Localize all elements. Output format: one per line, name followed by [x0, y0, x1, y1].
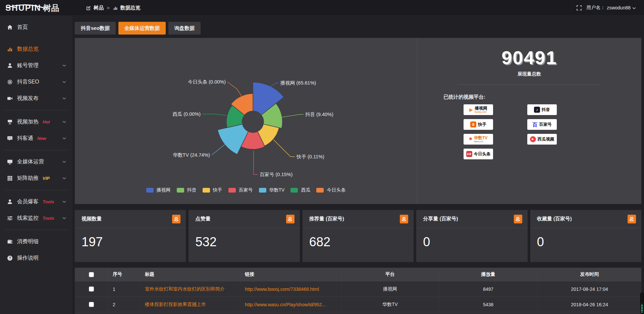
sidebar-item-label: 全媒体运营	[17, 158, 44, 165]
legend-item-快手[interactable]: 快手	[203, 187, 222, 193]
scrollbar-thumb[interactable]	[641, 304, 643, 313]
platform-name: 播视网	[475, 106, 487, 111]
sidebar-item-consumption-detail[interactable]: 消费明细	[0, 233, 72, 250]
pie-chart-area: 播视网 (65.61%)抖音 (9.40%)快手 (0.11%)百家号 (0.1…	[75, 38, 417, 204]
cell-time: 2018-04-26 16:24	[537, 297, 641, 312]
row-checkbox[interactable]	[89, 286, 94, 292]
tab-0[interactable]: 抖音seo数据	[75, 22, 116, 35]
pie-label-华数TV: 华数TV (24.74%)	[173, 152, 210, 158]
douyin-note-icon: ♪	[534, 107, 540, 113]
platform-name: 快手	[478, 122, 486, 127]
username-label: 用户名：	[586, 5, 605, 11]
pie-label-line-播视网	[268, 83, 279, 88]
column-header-1: 标题	[140, 268, 240, 281]
tab-2[interactable]: 询盘数据	[168, 22, 201, 35]
sidebar-item-account-management[interactable]: 账号管理	[0, 57, 72, 74]
platforms-title: 已统计的视频平台:	[443, 94, 485, 100]
stat-card-value: 197	[75, 228, 186, 249]
sidebar-item-member-baoke[interactable]: 会员爆客Tools	[0, 194, 72, 210]
stat-card-1: 点赞量总532	[189, 210, 300, 262]
platform-badge-今日头条: 头条今日头条	[464, 149, 493, 159]
sidebar-item-douketong[interactable]: 抖客通New	[0, 130, 72, 147]
total-impressions-value: 90491	[417, 47, 641, 68]
baijiahao-icon: 百	[532, 122, 537, 127]
legend-swatch	[203, 188, 210, 193]
user-icon	[7, 63, 13, 68]
bar-chart-icon	[113, 6, 118, 10]
sliders-icon	[7, 215, 13, 221]
sidebar-item-home[interactable]: 首页	[0, 19, 72, 36]
sidebar-item-lead-monitor[interactable]: 线索监控Tools	[0, 210, 72, 226]
wasu-star-icon: *	[469, 136, 472, 144]
legend-swatch	[290, 188, 298, 193]
stat-card-header: 收藏量 (百家号)总	[530, 210, 641, 228]
scrollbar-track[interactable]	[640, 293, 644, 314]
main-content: 抖音seo数据全媒体运营数据询盘数据 播视网 (65.61%)抖音 (9.40%…	[72, 16, 644, 314]
video-icon	[7, 96, 13, 101]
sidebar-item-operation-guide[interactable]: ?操作说明	[0, 250, 72, 266]
column-header-4: 播放量	[439, 268, 537, 281]
row-checkbox[interactable]	[89, 302, 94, 307]
boosj-play-icon: ▶	[469, 107, 473, 112]
platform-badge-抖音: ♪抖音	[527, 104, 557, 115]
sidebar-item-label: 消费明细	[17, 238, 39, 245]
sidebar-item-label: 视频加热	[17, 118, 39, 125]
sidebar-item-video-heat[interactable]: 视频加热Hot	[0, 114, 72, 130]
total-badge: 总	[172, 215, 180, 223]
total-badge: 总	[514, 215, 522, 223]
fullscreen-icon[interactable]	[577, 5, 582, 10]
sidebar-item-matrix-boost[interactable]: 矩阵助推VIP	[0, 170, 72, 187]
sidebar-item-video-publish[interactable]: 视频发布	[0, 90, 72, 107]
stat-card-2: 推荐量 (百家号)总682	[303, 210, 414, 262]
pie-slice-华数TV[interactable]	[218, 124, 248, 154]
cell-link[interactable]: http://www.wasu.cn/Play/show/id/952...	[240, 297, 341, 312]
legend-swatch	[146, 188, 154, 193]
legend-item-西瓜[interactable]: 西瓜	[290, 187, 310, 193]
column-header-5: 发布时间	[537, 268, 641, 281]
select-all-checkbox[interactable]	[89, 272, 94, 277]
legend-item-华数TV[interactable]: 华数TV	[259, 187, 285, 193]
sidebar-item-data-overview[interactable]: 数据总览	[0, 41, 72, 57]
stat-cards-row: 视频数量总197点赞量总532推荐量 (百家号)总682分享量 (百家号)总0收…	[75, 210, 641, 262]
chat-icon	[7, 136, 13, 141]
chevron-down-icon	[62, 81, 66, 83]
platform-badge-华数TV: *华数TVwasu.cn	[464, 134, 493, 145]
platform-name: 华数TV	[474, 136, 488, 140]
legend-item-播视网[interactable]: 播视网	[146, 187, 171, 193]
topbar-right: 用户名： zswodun88	[577, 5, 644, 11]
sidebar-item-all-media-operation[interactable]: 全媒体运营	[0, 154, 72, 170]
breadcrumb-current[interactable]: 数据总览	[120, 5, 141, 11]
platform-badges: ▶播视网boosj.com♪抖音8快手百百家号*华数TVwasu.cn▶西瓜视频…	[464, 104, 557, 159]
platform-subtext: boosj.com	[475, 111, 486, 113]
breadcrumb: 树品 > 数据总览	[86, 5, 141, 11]
svg-text:?: ?	[9, 256, 11, 260]
tab-1[interactable]: 全媒体运营数据	[118, 22, 166, 35]
cell-index: 2	[108, 297, 140, 312]
stat-card-label: 推荐量 (百家号)	[309, 216, 344, 222]
sidebar-item-douyin-seo[interactable]: 抖音SEO	[0, 74, 72, 90]
pie-label-快手: 快手 (0.11%)	[296, 154, 324, 159]
legend-item-抖音[interactable]: 抖音	[177, 187, 197, 193]
sidebar-item-tag: VIP	[43, 176, 50, 181]
cell-title[interactable]: 室外水纹灯和室内水纹灯的区别和简介	[140, 281, 240, 297]
table-row-1: 1室外水纹灯和室内水纹灯的区别和简介http://www.boosj.com/7…	[75, 281, 641, 297]
chevron-down-icon	[62, 137, 66, 140]
total-badge: 总	[400, 215, 408, 223]
sidebar-item-label: 矩阵助推	[17, 175, 39, 182]
table-header-row: 序号标题链接平台播放量发布时间	[75, 268, 641, 281]
breadcrumb-root[interactable]: 树品	[94, 5, 104, 11]
legend-item-百家号[interactable]: 百家号	[228, 187, 253, 193]
header-checkbox-cell	[75, 268, 108, 281]
sidebar-item-label: 数据总览	[17, 46, 39, 53]
legend-item-今日头条[interactable]: 今日头条	[316, 187, 345, 193]
pie-label-line-西瓜	[202, 114, 226, 115]
stat-card-value: 532	[189, 228, 300, 249]
cell-link[interactable]: http://www.boosj.com/7338468.html	[240, 281, 341, 297]
platform-badge-百家号: 百百家号	[527, 119, 557, 130]
user-menu[interactable]: 用户名： zswodun88	[586, 5, 636, 11]
cell-title[interactable]: 楼体投影灯投影效果震撼上市	[140, 297, 240, 312]
summary-divider	[458, 85, 601, 85]
cell-time: 2017-08-24 17:04	[537, 281, 641, 297]
legend-label: 华数TV	[269, 187, 285, 193]
sidebar-divider	[5, 110, 67, 110]
